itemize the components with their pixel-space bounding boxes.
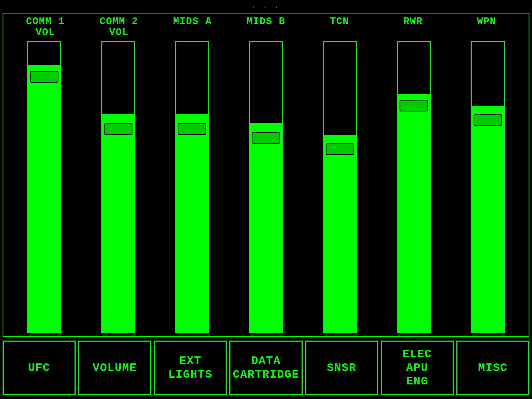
slider-track-comm2[interactable] bbox=[101, 41, 135, 333]
button-misc[interactable]: MISC bbox=[456, 341, 529, 395]
slider-container-mids_b bbox=[230, 41, 302, 333]
button-ext_lights[interactable]: EXTLIGHTS bbox=[154, 341, 227, 395]
slider-fill-rwr bbox=[398, 94, 430, 332]
slider-fill-tcn bbox=[324, 135, 356, 332]
slider-fill-wpn bbox=[472, 106, 504, 332]
slider-thumb-tcn[interactable] bbox=[326, 143, 354, 155]
slider-track-mids_a[interactable] bbox=[175, 41, 209, 333]
slider-track-wpn[interactable] bbox=[471, 41, 505, 333]
slider-track-rwr[interactable] bbox=[397, 41, 431, 333]
slider-label-wpn: WPN bbox=[450, 16, 523, 38]
slider-thumb-wpn[interactable] bbox=[474, 114, 502, 126]
slider-fill-mids_b bbox=[250, 123, 282, 332]
slider-label-comm1: COMM 1VOL bbox=[9, 16, 82, 38]
screen: · · · COMM 1VOLCOMM 2VOLMIDS AMIDS BTCNR… bbox=[0, 0, 532, 399]
buttons-row: UFCVOLUMEEXTLIGHTSDATACARTRIDGESNSRELECA… bbox=[3, 339, 529, 396]
slider-label-mids_a: MIDS A bbox=[156, 16, 229, 38]
slider-thumb-mids_a[interactable] bbox=[178, 123, 206, 135]
slider-thumb-comm1[interactable] bbox=[30, 71, 58, 83]
slider-label-rwr: RWR bbox=[376, 16, 450, 38]
slider-thumb-mids_b[interactable] bbox=[252, 132, 280, 144]
button-ufc[interactable]: UFC bbox=[3, 341, 76, 395]
slider-thumb-comm2[interactable] bbox=[104, 123, 132, 135]
slider-container-tcn bbox=[304, 41, 376, 333]
button-snsr[interactable]: SNSR bbox=[305, 341, 378, 395]
slider-thumb-rwr[interactable] bbox=[400, 100, 428, 111]
button-data_cartridge[interactable]: DATACARTRIDGE bbox=[229, 341, 302, 395]
top-dots: · · · bbox=[3, 3, 529, 13]
slider-fill-mids_a bbox=[176, 114, 208, 332]
sliders-row bbox=[9, 41, 523, 333]
slider-track-mids_b[interactable] bbox=[249, 41, 283, 333]
slider-fill-comm1 bbox=[28, 65, 60, 332]
slider-container-rwr bbox=[378, 41, 450, 333]
slider-track-tcn[interactable] bbox=[323, 41, 357, 333]
slider-labels: COMM 1VOLCOMM 2VOLMIDS AMIDS BTCNRWRWPN bbox=[9, 16, 523, 38]
slider-container-comm2 bbox=[83, 41, 154, 333]
button-volume[interactable]: VOLUME bbox=[78, 341, 151, 395]
slider-container-comm1 bbox=[9, 41, 80, 333]
sliders-container: COMM 1VOLCOMM 2VOLMIDS AMIDS BTCNRWRWPN bbox=[3, 13, 529, 337]
button-elec_apu_eng[interactable]: ELECAPUENG bbox=[381, 341, 454, 395]
slider-track-comm1[interactable] bbox=[27, 41, 61, 333]
slider-container-wpn bbox=[452, 41, 523, 333]
slider-container-mids_a bbox=[156, 41, 228, 333]
slider-label-mids_b: MIDS B bbox=[229, 16, 303, 38]
slider-label-tcn: TCN bbox=[303, 16, 376, 38]
slider-fill-comm2 bbox=[102, 114, 134, 332]
slider-label-comm2: COMM 2VOL bbox=[82, 16, 156, 38]
